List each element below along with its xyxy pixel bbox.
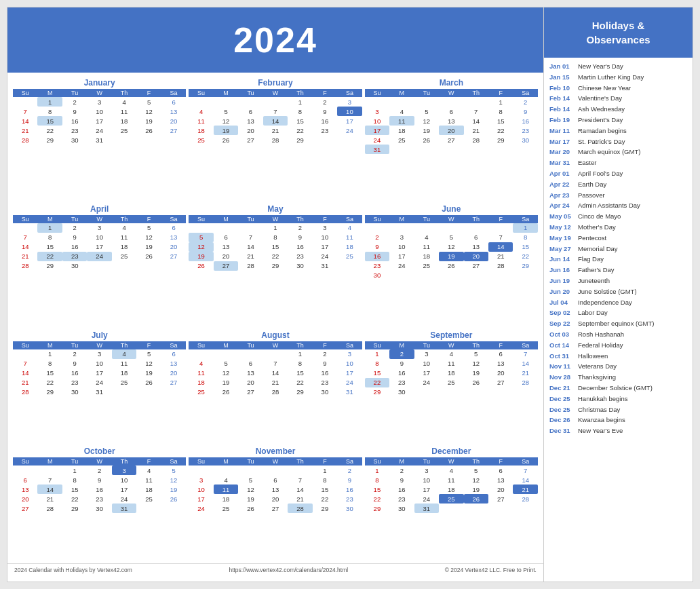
- holiday-item: Apr 23Passover: [549, 191, 687, 200]
- calendar-day: 31: [313, 261, 337, 271]
- weekday-header: Sa: [513, 215, 538, 223]
- calendar-day: [214, 349, 238, 359]
- calendar-day: [189, 223, 213, 233]
- weekday-header: Th: [288, 457, 312, 466]
- calendar-day: 8: [365, 475, 389, 484]
- month-block: NovemberSuMTuWThFSa123456789101112131415…: [189, 446, 362, 558]
- calendar-day: 28: [513, 494, 538, 504]
- calendar-day: 30: [288, 261, 312, 271]
- calendar-day: 16: [313, 116, 337, 126]
- holiday-item: Jun 19Juneteenth: [549, 276, 687, 285]
- calendar-day: 12: [414, 116, 439, 126]
- holiday-name: Ash Wednesday: [578, 104, 625, 113]
- calendar-day: 5: [136, 223, 161, 233]
- calendar-day: 16: [87, 484, 111, 494]
- holiday-name: Christmas Day: [578, 405, 620, 414]
- footer-left: 2024 Calendar with Holidays by Vertex42.…: [14, 567, 132, 573]
- calendar-day: 12: [214, 368, 238, 378]
- calendar-day: 8: [288, 359, 312, 368]
- calendar-day: 13: [161, 359, 187, 368]
- holiday-date: Jun 16: [549, 265, 578, 274]
- weekday-header: Sa: [337, 341, 362, 349]
- weekday-header: M: [37, 457, 62, 466]
- weekday-header: Th: [112, 457, 136, 466]
- calendar-day: 17: [189, 494, 213, 504]
- calendar-day: 3: [365, 107, 389, 116]
- calendar-day: 10: [112, 475, 136, 484]
- holiday-date: Sep 02: [549, 308, 578, 317]
- calendar-day: 11: [214, 484, 238, 494]
- holiday-date: Feb 10: [549, 83, 578, 92]
- calendar-day: 2: [337, 466, 362, 475]
- holiday-item: Nov 11Veterans Day: [549, 362, 687, 370]
- calendar-day: 29: [365, 504, 389, 513]
- calendar-day: 3: [337, 97, 362, 107]
- calendar-day: 15: [513, 242, 538, 252]
- calendar-day: 19: [464, 368, 488, 378]
- calendar-day: 7: [464, 107, 488, 116]
- weekday-header: Tu: [238, 215, 262, 223]
- calendar-day: 16: [62, 368, 87, 378]
- calendar-day: 26: [214, 135, 238, 145]
- calendar-day: 9: [389, 359, 414, 368]
- calendar-day: 28: [513, 378, 538, 387]
- calendar-day: 5: [414, 107, 439, 116]
- footer-center: https://www.vertex42.com/calendars/2024.…: [229, 567, 348, 573]
- holiday-date: Jul 04: [549, 298, 578, 307]
- calendar-day: 3: [389, 233, 414, 242]
- holiday-item: Sep 22September equinox (GMT): [549, 319, 687, 328]
- calendar-day: 15: [288, 116, 312, 126]
- calendar-day: 7: [488, 233, 513, 242]
- calendar-day: [414, 223, 439, 233]
- holiday-name: Pentecost: [578, 233, 606, 242]
- calendar-day: 20: [161, 368, 187, 378]
- holiday-item: Jun 14Flag Day: [549, 254, 687, 263]
- weekday-header: Sa: [337, 89, 362, 97]
- calendar-day: 17: [87, 242, 111, 252]
- month-title: May: [189, 204, 362, 214]
- holiday-name: New Year's Day: [578, 62, 623, 71]
- calendar-day: 4: [337, 223, 362, 233]
- holiday-name: President's Day: [578, 115, 623, 124]
- calendar-day: [365, 223, 389, 233]
- weekday-header: Sa: [337, 215, 362, 223]
- calendar-day: 17: [337, 116, 362, 126]
- holiday-date: Dec 31: [549, 426, 578, 435]
- left-panel: 2024 JanuarySuMTuWThFSa12345678910111213…: [7, 7, 543, 582]
- calendar-day: 14: [263, 116, 288, 126]
- calendar-day: 10: [87, 107, 111, 116]
- weekday-header: Su: [189, 89, 213, 97]
- calendar-day: 14: [488, 242, 513, 252]
- month-title: December: [365, 446, 538, 456]
- calendar-day: 27: [238, 387, 262, 397]
- calendar-day: [189, 97, 213, 107]
- calendar-day: 13: [161, 107, 187, 116]
- holiday-name: Hanukkah begins: [578, 394, 627, 403]
- calendar-day: 22: [62, 494, 87, 504]
- calendar-day: 30: [62, 135, 87, 145]
- calendar-day: [112, 135, 136, 145]
- calendar-day: 9: [337, 475, 362, 484]
- calendar-day: 13: [488, 359, 513, 368]
- calendar-day: 10: [337, 359, 362, 368]
- calendar-day: 17: [313, 242, 337, 252]
- calendar-day: 8: [62, 475, 87, 484]
- holiday-date: Dec 25: [549, 405, 578, 414]
- calendar-day: 31: [337, 387, 362, 397]
- month-title: November: [189, 446, 362, 456]
- month-block: AprilSuMTuWThFSa123456789101112131415161…: [13, 204, 186, 325]
- calendar-day: [238, 97, 262, 107]
- weekday-header: M: [37, 341, 62, 349]
- calendar-day: 9: [62, 359, 87, 368]
- calendar-day: 23: [288, 252, 312, 261]
- month-table: SuMTuWThFSa12345678910111213141516171819…: [13, 89, 186, 145]
- weekday-header: Tu: [62, 457, 87, 466]
- month-block: MarchSuMTuWThFSa123456789101112131415161…: [365, 78, 538, 199]
- weekday-header: F: [136, 89, 161, 97]
- calendar-day: 27: [161, 252, 187, 261]
- calendar-day: [337, 261, 362, 271]
- month-block: JanuarySuMTuWThFSa1234567891011121314151…: [13, 78, 186, 199]
- holiday-date: May 05: [549, 212, 578, 221]
- footer-bar: 2024 Calendar with Holidays by Vertex42.…: [7, 563, 543, 575]
- calendar-day: [389, 145, 414, 154]
